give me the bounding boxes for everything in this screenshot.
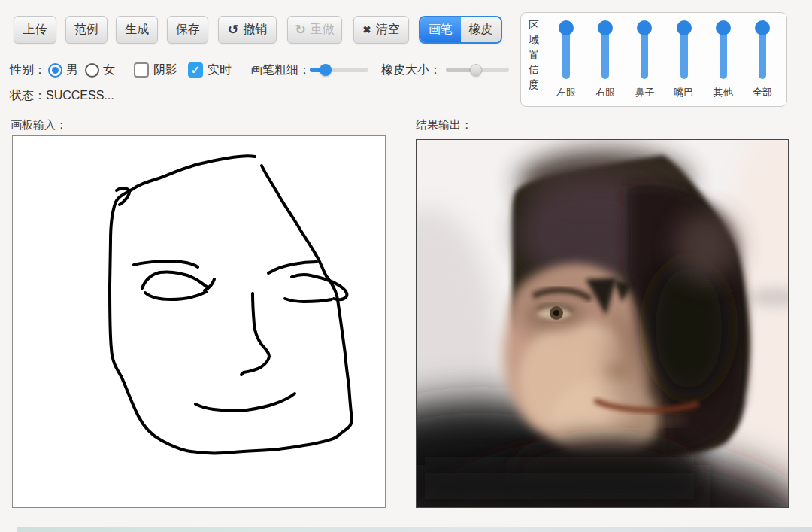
clear-icon: ✖ <box>363 25 371 35</box>
gender-male-label: 男 <box>66 60 78 80</box>
undo-icon: ↺ <box>228 23 238 36</box>
status-label: 状态： <box>10 89 46 102</box>
taskbar-edge-strip <box>17 527 812 532</box>
confidence-slider-label: 其他 <box>714 86 733 99</box>
clear-button-label: 清空 <box>375 22 399 38</box>
confidence-slider-track[interactable] <box>562 25 570 79</box>
status-value: SUCCESS... <box>46 89 114 102</box>
generate-button[interactable]: 生成 <box>116 16 158 44</box>
confidence-slider-column: 右眼 <box>586 19 625 103</box>
sketch-canvas[interactable] <box>12 135 386 508</box>
generate-button-label: 生成 <box>125 22 149 38</box>
confidence-slider-thumb[interactable] <box>677 20 692 35</box>
confidence-slider-label: 鼻子 <box>635 86 654 99</box>
confidence-slider-column: 其他 <box>704 19 743 103</box>
brush-tool-label: 画笔 <box>429 22 453 38</box>
confidence-slider-column: 左眼 <box>547 19 586 103</box>
redo-icon: ↻ <box>295 23 305 36</box>
confidence-slider-thumb[interactable] <box>716 20 731 35</box>
save-button[interactable]: 保存 <box>167 16 208 44</box>
undo-button[interactable]: ↺ 撤销 <box>218 16 277 44</box>
shadow-label: 阴影 <box>153 60 177 80</box>
confidence-slider-thumb[interactable] <box>559 20 574 35</box>
realtime-label: 实时 <box>208 60 232 80</box>
redo-button-label: 重做 <box>311 22 335 38</box>
confidence-slider-track[interactable] <box>720 25 727 79</box>
confidence-panel-title: 区域置信度 <box>528 18 540 93</box>
upload-button[interactable]: 上传 <box>14 16 56 44</box>
eraser-tool-button[interactable]: 橡皮 <box>461 17 501 42</box>
gender-radio-female[interactable] <box>85 60 99 80</box>
confidence-slider-thumb[interactable] <box>755 20 770 35</box>
brush-size-slider[interactable] <box>310 68 368 72</box>
confidence-slider-track[interactable] <box>601 25 609 79</box>
confidence-slider-column: 鼻子 <box>625 19 664 103</box>
confidence-slider-track[interactable] <box>641 25 648 79</box>
confidence-slider-label: 全部 <box>753 86 772 99</box>
brush-size-slider-thumb[interactable] <box>320 64 332 76</box>
confidence-sliders: 左眼右眼鼻子嘴巴其他全部 <box>547 19 782 103</box>
status-text: 状态：SUCCESS... <box>10 88 114 104</box>
confidence-slider-track[interactable] <box>759 25 766 79</box>
clear-button[interactable]: ✖ 清空 <box>353 16 409 44</box>
gender-label: 性别： <box>10 60 46 80</box>
eraser-size-slider[interactable] <box>446 68 509 72</box>
confidence-slider-thumb[interactable] <box>637 20 652 35</box>
confidence-slider-label: 嘴巴 <box>674 86 694 99</box>
brush-tool-button[interactable]: 画笔 <box>420 17 461 42</box>
redo-button[interactable]: ↻ 重做 <box>287 16 342 44</box>
upload-button-label: 上传 <box>23 22 47 38</box>
gender-radio-male[interactable] <box>48 60 62 80</box>
eraser-tool-label: 橡皮 <box>468 22 492 38</box>
result-panel <box>416 139 789 508</box>
shadow-checkbox[interactable] <box>134 60 149 80</box>
confidence-slider-thumb[interactable] <box>598 20 613 35</box>
save-button-label: 保存 <box>176 22 200 38</box>
confidence-slider-column: 全部 <box>743 19 782 103</box>
tool-segmented-control: 画笔 橡皮 <box>419 16 502 44</box>
app-window: 上传 范例 生成 保存 ↺ 撤销 ↻ 重做 ✖ 清空 画笔 橡皮 性别： 男 女… <box>0 0 812 532</box>
confidence-slider-label: 右眼 <box>595 86 615 99</box>
undo-button-label: 撤销 <box>243 22 267 38</box>
example-button-label: 范例 <box>74 22 98 38</box>
realtime-checkbox[interactable]: ✓ <box>188 60 203 80</box>
confidence-slider-track[interactable] <box>680 25 688 79</box>
output-panel-label: 结果输出： <box>416 118 472 132</box>
confidence-slider-column: 嘴巴 <box>665 19 704 103</box>
brush-size-label: 画笔粗细： <box>250 60 311 80</box>
eraser-size-label: 橡皮大小： <box>381 60 441 80</box>
sketch-svg <box>13 136 385 507</box>
confidence-panel: 区域置信度 左眼右眼鼻子嘴巴其他全部 <box>520 12 787 107</box>
gender-female-label: 女 <box>103 60 115 80</box>
input-canvas-label: 画板输入： <box>11 118 67 132</box>
eraser-size-slider-thumb[interactable] <box>470 64 482 76</box>
example-button[interactable]: 范例 <box>65 16 108 44</box>
confidence-slider-label: 左眼 <box>556 86 576 99</box>
result-image <box>417 140 788 507</box>
